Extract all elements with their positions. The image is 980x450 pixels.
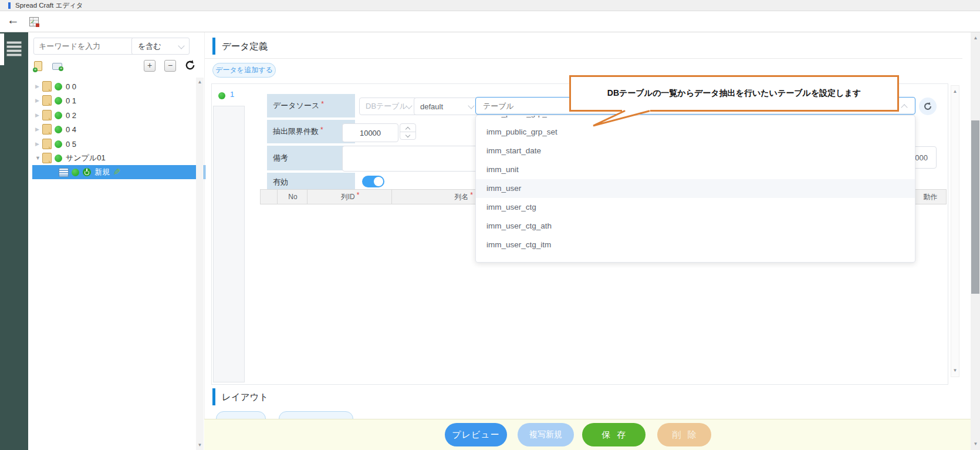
scroll-up-arrow[interactable] (951, 88, 959, 95)
caret-down-icon[interactable] (35, 155, 42, 161)
select-value: DBテーブル (366, 101, 407, 112)
col-header-label: No (288, 193, 297, 201)
panel-scrollbar[interactable] (951, 85, 959, 377)
layout-section-title: レイアウト (222, 388, 268, 405)
title-bar: Spread Craft エディタ (0, 0, 980, 11)
scroll-down-arrow[interactable] (196, 442, 204, 449)
dropdown-item[interactable]: imm_unit (476, 160, 915, 179)
data-source-type-select[interactable]: DBテーブル (359, 98, 417, 115)
tooltip-text: DBテーブルの一覧からデータ抽出を行いたいテーブルを設定します (607, 88, 861, 99)
chevron-up-icon[interactable] (901, 104, 907, 110)
left-nav-strip (0, 32, 28, 450)
chevron-down-icon (178, 42, 184, 49)
red-dot (36, 23, 39, 27)
spreadsheet-icon[interactable]: ✓ (29, 17, 39, 26)
tree-item-selected[interactable]: 新規 (32, 165, 205, 179)
tree-item[interactable]: 0 4 (35, 122, 188, 136)
col-header-label: 列名 (454, 192, 468, 202)
scroll-down-arrow[interactable] (951, 367, 959, 374)
dropdown-item[interactable]: imm_user_ctg_ath (476, 217, 915, 236)
document-icon (42, 81, 52, 92)
scrollbar-thumb[interactable] (971, 120, 979, 294)
toggle-knob (374, 177, 383, 186)
refresh-icon (923, 102, 932, 111)
field-label: 有効 (273, 177, 288, 187)
record-status-dot-icon (218, 92, 225, 99)
record-tab-box[interactable] (213, 106, 245, 382)
app-title: Spread Craft エディタ (15, 0, 83, 11)
caret-right-icon[interactable] (35, 112, 42, 118)
tree-item[interactable]: 0 1 (35, 93, 188, 108)
chevron-down-icon (468, 102, 474, 109)
dropdown-item[interactable]: imm_start_date (476, 142, 915, 160)
status-dot-icon (55, 83, 62, 90)
status-dot-icon (55, 155, 62, 162)
dropdown-item[interactable]: imm_public_grp_set (476, 123, 915, 142)
dropdown-item-partial[interactable]: imm_public_grp_ath (476, 115, 915, 123)
stepper-down-button[interactable] (400, 132, 415, 139)
limit-input[interactable] (342, 123, 398, 142)
enabled-toggle[interactable] (362, 176, 384, 187)
tooltip: DBテーブルの一覧からデータ抽出を行いたいテーブルを設定します (569, 75, 899, 112)
tree-item-label: 0 4 (66, 125, 76, 134)
tree-item[interactable]: 0 0 (35, 79, 188, 93)
add-document-icon[interactable]: + (34, 61, 42, 71)
window-scrollbar[interactable] (971, 32, 980, 450)
dropdown-item-highlighted[interactable]: imm_user (476, 179, 915, 198)
scroll-down-arrow[interactable] (972, 441, 979, 448)
tree-panel: を含む + + 0 0 0 1 0 2 0 4 0 5 (28, 32, 197, 450)
collapsed-panel-handle[interactable] (0, 33, 4, 65)
check-glyph: ✓ (31, 19, 35, 25)
back-icon[interactable]: ← (7, 13, 19, 27)
add-data-button[interactable]: データを追加する (212, 63, 276, 78)
add-folder-icon[interactable]: + (52, 63, 62, 70)
limit-stepper[interactable] (400, 123, 416, 140)
save-button[interactable]: 保存 (582, 423, 646, 446)
caret-right-icon[interactable] (35, 83, 42, 89)
col-header-handle (260, 189, 279, 204)
refresh-icon[interactable] (184, 59, 196, 71)
plus-badge: + (59, 66, 63, 71)
dropdown-item[interactable]: imm_user_ctg (476, 198, 915, 217)
refresh-tables-button[interactable] (919, 98, 937, 115)
stepper-up-button[interactable] (400, 124, 415, 132)
data-section-title: データ定義 (222, 38, 268, 55)
col-header-action: 動作 (914, 189, 947, 204)
tree-scrollbar[interactable] (196, 78, 204, 450)
tree-item-expanded[interactable]: サンプル01 (35, 151, 188, 165)
menu-hamburger-icon[interactable] (6, 41, 22, 55)
status-dot-icon (72, 169, 79, 176)
document-icon (42, 110, 52, 120)
dropdown-item[interactable]: imm_user_ctg_itm (476, 236, 915, 254)
document-icon (42, 139, 52, 149)
power-icon (83, 168, 91, 176)
collapse-all-button[interactable] (164, 60, 176, 72)
field-label: データソース (273, 100, 319, 111)
caret-right-icon[interactable] (35, 126, 42, 132)
tree-item-label: サンプル01 (66, 153, 106, 163)
copy-new-button[interactable]: 複写新規 (518, 423, 574, 446)
section-accent-bar (212, 388, 215, 405)
tree-item-label: 0 1 (66, 96, 76, 105)
filter-select[interactable]: を含む (131, 38, 190, 55)
tree-item[interactable]: 0 2 (35, 108, 188, 122)
caret-right-icon[interactable] (35, 141, 42, 147)
edit-pencil-icon[interactable] (113, 167, 121, 177)
status-dot-icon (55, 140, 62, 148)
tree-item[interactable]: 0 5 (35, 137, 188, 151)
field-label: 抽出限界件数 (273, 126, 319, 137)
required-mark: * (320, 126, 323, 134)
search-input[interactable] (33, 38, 142, 55)
delete-button[interactable]: 削除 (657, 423, 711, 446)
caret-right-icon[interactable] (35, 98, 42, 103)
record-number[interactable]: 1 (230, 90, 234, 99)
tree-item-label: 0 5 (66, 140, 76, 149)
title-accent-bar (8, 2, 11, 9)
scroll-up-arrow[interactable] (972, 35, 979, 42)
preview-button[interactable]: プレビュー (445, 423, 507, 446)
scroll-up-arrow[interactable] (196, 79, 204, 86)
section-accent-bar (212, 38, 215, 55)
expand-all-button[interactable] (144, 60, 156, 72)
connection-select[interactable]: default (414, 98, 479, 115)
status-dot-icon (55, 112, 62, 119)
